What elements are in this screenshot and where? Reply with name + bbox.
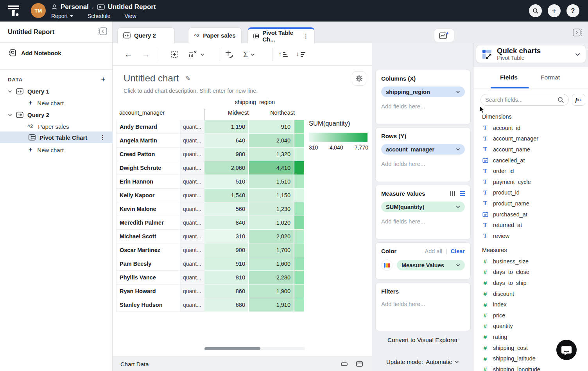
chevron-down-icon[interactable] [456,90,460,93]
update-mode-value[interactable]: Automatic [426,358,452,365]
heatmap-cell-clipped[interactable] [294,243,304,257]
kebab-menu-icon[interactable]: ⋮ [303,32,309,40]
heatmap-cell-clipped[interactable] [294,134,304,148]
measure-field-shipping_longitude[interactable]: #shipping_longitude [482,364,584,371]
measure-field-pill[interactable]: SUM(quantity) [381,202,465,212]
chat-widget-button[interactable] [556,339,577,360]
chevron-down-icon[interactable] [456,264,460,267]
collapse-panel-icon[interactable] [97,27,108,36]
breadcrumb-workspace[interactable]: Personal [61,3,89,11]
measure-field-index[interactable]: #index [482,299,584,310]
heatmap-cell-clipped[interactable] [294,148,304,161]
heatmap-cell-northeast[interactable]: 2,230 [249,271,294,285]
quick-charts-selector[interactable]: Quick charts Pivot Table [476,45,586,63]
table-row[interactable]: Creed Pattonquant...9801,320 [116,148,304,161]
heatmap-cell-midwest[interactable]: 980 [204,148,249,161]
heatmap-cell-midwest[interactable]: 1,540 [204,189,249,202]
heatmap-cell-midwest[interactable]: 910 [204,257,249,271]
tab-format[interactable]: Format [541,74,560,81]
aggregate-sigma-icon[interactable]: Σ [243,43,255,66]
filters-add-fields-placeholder[interactable]: Add fields here... [381,301,465,307]
expand-window-icon[interactable] [356,361,363,367]
heatmap-cell-midwest[interactable]: 680 [204,298,249,312]
sort-ascending-icon[interactable]: ↑ [278,43,288,66]
expand-panel-icon[interactable] [572,28,583,39]
add-formula-button[interactable]: fx+ [572,94,585,106]
dimension-field-order_id[interactable]: Torder_id [482,166,584,176]
heatmap-cell-clipped[interactable] [294,257,304,271]
tab-fields[interactable]: Fields [500,74,518,81]
rows-add-fields-placeholder[interactable]: Add fields here... [381,160,465,167]
undo-back-icon[interactable]: ← [124,43,133,66]
search-fields-input[interactable]: Search fields... [480,94,569,106]
table-row[interactable]: Kelly Kapoorquant...1,5401,150 [116,189,304,202]
sidebar-item-query2[interactable]: Query 2 [0,109,113,121]
color-field-pill[interactable]: Measure Values [397,260,465,270]
heatmap-cell-midwest[interactable]: 900 [204,243,249,257]
heatmap-cell-midwest[interactable]: 560 [204,202,249,216]
tab-query2[interactable]: Query 2 [117,27,175,43]
heatmap-cell-northeast[interactable]: 1,230 [249,202,294,216]
heatmap-cell-midwest[interactable]: 860 [204,285,249,298]
table-row[interactable]: Dwight Schrutequant...2,0604,410 [116,161,304,175]
chevron-down-icon[interactable] [8,90,12,93]
heatmap-cell-northeast[interactable]: 1,600 [249,257,294,271]
dimension-field-returned_at[interactable]: Treturned_at [482,220,584,231]
dimension-field-account_name[interactable]: Taccount_name [482,144,584,155]
heatmap-cell-midwest[interactable]: 810 [204,271,249,285]
chevron-down-icon[interactable] [456,148,460,151]
heatmap-cell-northeast[interactable]: 1,020 [249,216,294,230]
sort-descending-icon[interactable]: ↓ [296,43,305,66]
measure-field-quantity[interactable]: #quantity [482,321,584,332]
sidebar-item-paper-sales[interactable]: ^2Paper sales [0,121,113,132]
table-row[interactable]: Stanley Hudsonquant...6801,910 [116,298,304,312]
duplicate-chart-icon[interactable] [170,43,179,66]
measure-field-business_size[interactable]: #business_size [482,256,584,267]
heatmap-cell-northeast[interactable]: 2,040 [249,134,294,148]
chevron-down-icon[interactable] [456,205,460,208]
horizontal-scrollbar-thumb[interactable] [204,347,260,350]
dimension-field-product_name[interactable]: Tproduct_name [482,198,584,209]
heatmap-cell-northeast[interactable]: 1,150 [249,189,294,202]
add-chart-tab-button[interactable]: + [434,29,454,42]
table-row[interactable]: Andy Bernardquant...1,190910 [116,120,304,134]
measure-field-price[interactable]: #price [482,310,584,321]
update-mode-control[interactable]: Update mode: Automatic [372,358,473,365]
convert-to-visual-explorer-button[interactable]: Convert to Visual Explorer [372,337,473,344]
menu-report[interactable]: Report [51,13,74,19]
tab-pivot-table-active[interactable]: Pivot Table Ch... ⋮ [247,27,315,43]
redo-forward-icon[interactable]: → [142,43,150,66]
dimension-field-review[interactable]: Treview [482,231,584,241]
heatmap-cell-clipped[interactable] [294,120,304,134]
rows-layout-icon[interactable] [460,191,465,196]
heatmap-cell-clipped[interactable] [294,285,304,298]
search-button[interactable] [529,4,542,17]
sidebar-item-query1[interactable]: Query 1 [0,85,113,97]
add-all-link[interactable]: Add all [425,248,442,254]
sidebar-item-new-chart-1[interactable]: +New chart [0,97,113,109]
heatmap-cell-clipped[interactable] [294,230,304,243]
heatmap-cell-northeast[interactable]: 2,020 [249,230,294,243]
dimension-field-account_manager[interactable]: Taccount_manager [482,133,584,144]
table-row[interactable]: Erin Hannonquant...5101,510 [116,175,304,189]
heatmap-cell-midwest[interactable]: 2,060 [204,161,249,175]
heatmap-cell-clipped[interactable] [294,189,304,202]
collapse-window-icon[interactable] [341,362,348,366]
heatmap-cell-northeast[interactable]: 1,900 [249,285,294,298]
table-row[interactable]: Phyllis Vancequant...8102,230 [116,271,304,285]
color-palette-icon[interactable] [381,259,393,271]
table-row[interactable]: Ryan Howardquant...8601,900 [116,285,304,298]
heatmap-cell-midwest[interactable]: 840 [204,216,249,230]
measure-field-discount[interactable]: #discount [482,288,584,299]
heatmap-cell-northeast[interactable]: 1,320 [249,148,294,161]
table-row[interactable]: Oscar Martinezquant...9001,700 [116,243,304,257]
heatmap-cell-clipped[interactable] [294,271,304,285]
table-row[interactable]: Pam Beeslyquant...9101,600 [116,257,304,271]
sidebar-item-new-chart-2[interactable]: +New chart [0,144,113,156]
chart-data-label[interactable]: Chart Data [120,361,149,367]
table-row[interactable]: Angela Martinquant...6402,040 [116,134,304,148]
dimension-field-payment_cycle[interactable]: Tpayment_cycle [482,176,584,187]
table-row[interactable]: Michael Scottquant...3102,020 [116,230,304,243]
chevron-down-icon[interactable] [8,113,12,116]
table-row[interactable]: Meredith Palmerquant...8401,020 [116,216,304,230]
